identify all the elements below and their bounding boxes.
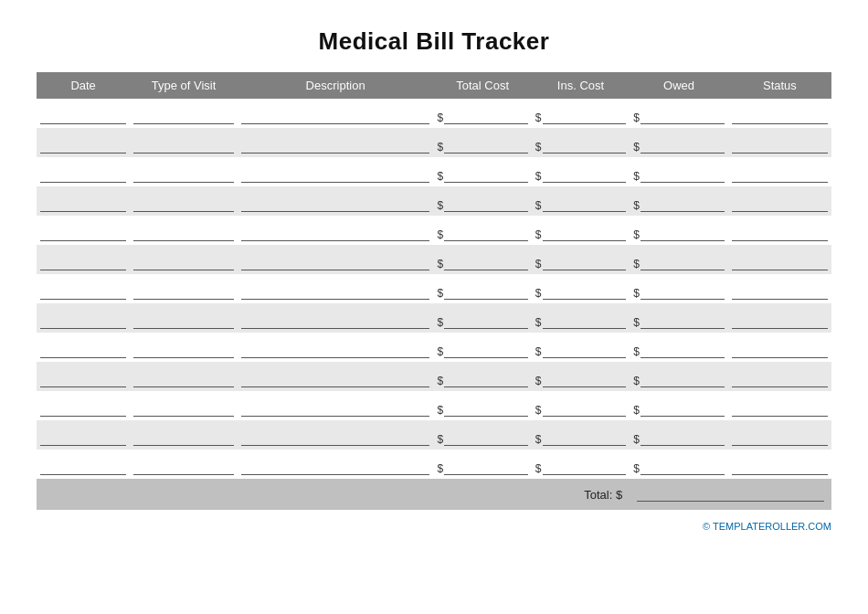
cell-visit [130,362,238,391]
cell-status [728,245,831,274]
cell-description [238,245,434,274]
header-total-cost: Total Cost [433,72,531,99]
cell-status [728,303,831,333]
cell-date [37,186,130,216]
cell-ins-cost: $ [532,420,630,450]
cell-description [238,391,434,420]
cell-date [37,157,130,186]
cell-ins-cost: $ [532,216,630,245]
cell-ins-cost: $ [532,99,630,128]
table-row: $ $ $ [37,274,831,303]
cell-description [238,420,434,450]
table-row: $ $ $ [37,362,831,391]
footer-text: © TEMPLATEROLLER.COM [703,521,831,532]
cell-total-cost: $ [433,245,531,274]
cell-date [37,303,130,333]
header-visit: Type of Visit [130,72,238,99]
cell-total-cost: $ [433,186,531,216]
cell-ins-cost: $ [532,362,630,391]
table-row: $ $ $ [37,99,831,128]
cell-description [238,303,434,333]
cell-status [728,333,831,362]
cell-owed: $ [630,362,728,391]
cell-date [37,274,130,303]
cell-date [37,99,130,128]
table-row: $ $ $ [37,128,831,157]
table-header-row: Date Type of Visit Description Total Cos… [37,72,831,99]
cell-total-cost: $ [433,216,531,245]
cell-visit [130,157,238,186]
total-row: Total: $ [37,479,831,510]
cell-total-cost: $ [433,99,531,128]
cell-ins-cost: $ [532,157,630,186]
table-row: $ $ $ [37,450,831,479]
cell-visit [130,274,238,303]
cell-date [37,420,130,450]
cell-owed: $ [630,333,728,362]
cell-status [728,391,831,420]
cell-date [37,128,130,157]
cell-date [37,391,130,420]
cell-visit [130,99,238,128]
cell-ins-cost: $ [532,391,630,420]
cell-visit [130,420,238,450]
page-title: Medical Bill Tracker [319,27,550,56]
cell-owed: $ [630,157,728,186]
header-description: Description [238,72,434,99]
cell-description [238,157,434,186]
cell-status [728,362,831,391]
cell-owed: $ [630,128,728,157]
bill-tracker-table: Date Type of Visit Description Total Cos… [37,72,831,510]
cell-date [37,216,130,245]
cell-status [728,128,831,157]
cell-description [238,274,434,303]
cell-status [728,99,831,128]
cell-total-cost: $ [433,157,531,186]
cell-total-cost: $ [433,128,531,157]
cell-total-cost: $ [433,303,531,333]
cell-total-cost: $ [433,274,531,303]
header-ins-cost: Ins. Cost [532,72,630,99]
cell-ins-cost: $ [532,274,630,303]
cell-ins-cost: $ [532,333,630,362]
cell-description [238,333,434,362]
cell-visit [130,303,238,333]
table-row: $ $ $ [37,333,831,362]
cell-visit [130,391,238,420]
cell-owed: $ [630,245,728,274]
cell-status [728,450,831,479]
cell-date [37,245,130,274]
cell-owed: $ [630,303,728,333]
cell-visit [130,186,238,216]
cell-owed: $ [630,216,728,245]
cell-status [728,216,831,245]
header-status: Status [728,72,831,99]
cell-description [238,128,434,157]
cell-visit [130,245,238,274]
table-row: $ $ $ [37,245,831,274]
cell-total-cost: $ [433,333,531,362]
total-label: Total: $ [37,479,630,510]
cell-ins-cost: $ [532,245,630,274]
cell-owed: $ [630,99,728,128]
cell-description [238,450,434,479]
cell-status [728,274,831,303]
cell-description [238,186,434,216]
cell-ins-cost: $ [532,186,630,216]
cell-total-cost: $ [433,450,531,479]
cell-owed: $ [630,420,728,450]
total-amount-cell [630,479,831,510]
cell-date [37,450,130,479]
cell-description [238,362,434,391]
table-row: $ $ $ [37,391,831,420]
cell-total-cost: $ [433,391,531,420]
cell-description [238,216,434,245]
cell-ins-cost: $ [532,303,630,333]
header-owed: Owed [630,72,728,99]
table-row: $ $ $ [37,420,831,450]
cell-total-cost: $ [433,362,531,391]
cell-ins-cost: $ [532,128,630,157]
cell-owed: $ [630,391,728,420]
cell-visit [130,216,238,245]
cell-status [728,157,831,186]
